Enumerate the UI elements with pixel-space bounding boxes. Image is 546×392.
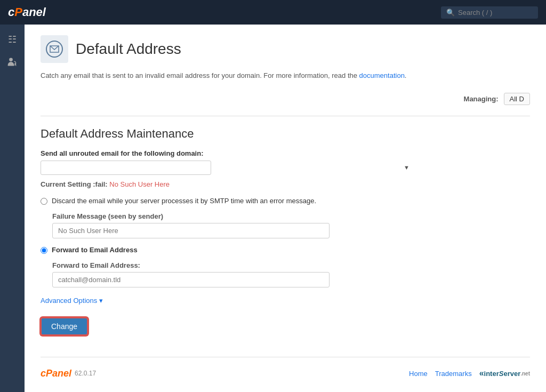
footer-right: Home Trademarks « interServer .net — [409, 369, 530, 378]
failure-msg-label: Failure Message (seen by sender) — [52, 212, 414, 220]
select-arrow-icon: ▼ — [404, 164, 410, 171]
forward-email-label: Forward to Email Address: — [52, 261, 414, 269]
page-description: Catch any email that is sent to an inval… — [41, 70, 530, 81]
managing-value: All D — [504, 93, 530, 105]
sidebar-item-grid[interactable]: ☷ — [3, 30, 22, 49]
advanced-options-container: Advanced Options ▾ — [41, 296, 414, 313]
footer-version: 62.0.17 — [75, 370, 96, 377]
interserver-text: interServer — [484, 370, 521, 378]
interserver-net: .net — [520, 371, 530, 377]
divider — [41, 116, 530, 116]
search-bar[interactable]: 🔍 — [441, 6, 538, 19]
current-setting: Current Setting :fail: No Such User Here — [41, 180, 414, 188]
failure-message-subform: Failure Message (seen by sender) — [52, 212, 414, 238]
radio-discard-label[interactable]: Discard the email while your server proc… — [52, 197, 316, 205]
footer-brand: cPanel — [41, 368, 71, 379]
forward-email-input[interactable] — [52, 272, 330, 287]
advanced-options-text: Advanced Options — [41, 297, 97, 305]
svg-point-0 — [9, 58, 13, 61]
radio-forward-label[interactable]: Forward to Email Address — [52, 246, 138, 254]
interserver-cc: « — [479, 369, 484, 378]
interserver-logo: « interServer .net — [479, 369, 530, 378]
page-title: Default Address — [76, 41, 181, 58]
sidebar-item-users[interactable] — [3, 53, 22, 73]
radio-forward[interactable] — [41, 247, 47, 254]
managing-bar: Managing: All D — [41, 93, 530, 105]
main-content: Default Address Catch any email that is … — [25, 25, 546, 392]
radio-discard-option: Discard the email while your server proc… — [41, 197, 414, 205]
failure-msg-input[interactable] — [52, 223, 330, 238]
search-icon: 🔍 — [446, 9, 455, 17]
page-header: Default Address — [41, 35, 530, 63]
sidebar: ☷ — [0, 25, 25, 392]
layout: ☷ Default Address — [0, 25, 546, 392]
forward-email-subform: Forward to Email Address: — [52, 261, 414, 287]
search-input[interactable] — [458, 9, 533, 17]
managing-label: Managing: — [464, 95, 499, 103]
domain-select[interactable] — [41, 161, 211, 175]
advanced-options-link[interactable]: Advanced Options ▾ — [41, 297, 103, 305]
footer: cPanel 62.0.17 Home Trademarks « interSe… — [41, 357, 530, 379]
trademarks-link[interactable]: Trademarks — [435, 370, 472, 378]
domain-label: Send all unrouted email for the followin… — [41, 149, 414, 157]
domain-select-wrapper: ▼ — [41, 161, 414, 175]
current-setting-value: No Such User Here — [109, 180, 170, 188]
navbar: cPanel 🔍 — [0, 0, 546, 25]
documentation-link[interactable]: documentation — [359, 71, 405, 79]
footer-left: cPanel 62.0.17 — [41, 368, 96, 379]
home-link[interactable]: Home — [409, 370, 428, 378]
grid-icon: ☷ — [8, 34, 17, 45]
current-setting-label: Current Setting :fail: — [41, 180, 108, 188]
change-button-container: Change — [41, 317, 414, 335]
navbar-brand: cPanel — [8, 5, 46, 19]
page-icon — [41, 35, 68, 63]
change-button[interactable]: Change — [41, 317, 88, 335]
advanced-options-arrow-icon: ▾ — [99, 297, 103, 305]
section-title: Default Address Maintenance — [41, 127, 530, 141]
radio-discard[interactable] — [41, 198, 47, 205]
form-section: Send all unrouted email for the followin… — [41, 149, 414, 335]
radio-forward-option: Forward to Email Address — [41, 246, 414, 254]
svg-point-1 — [46, 41, 62, 57]
users-icon — [7, 57, 18, 70]
